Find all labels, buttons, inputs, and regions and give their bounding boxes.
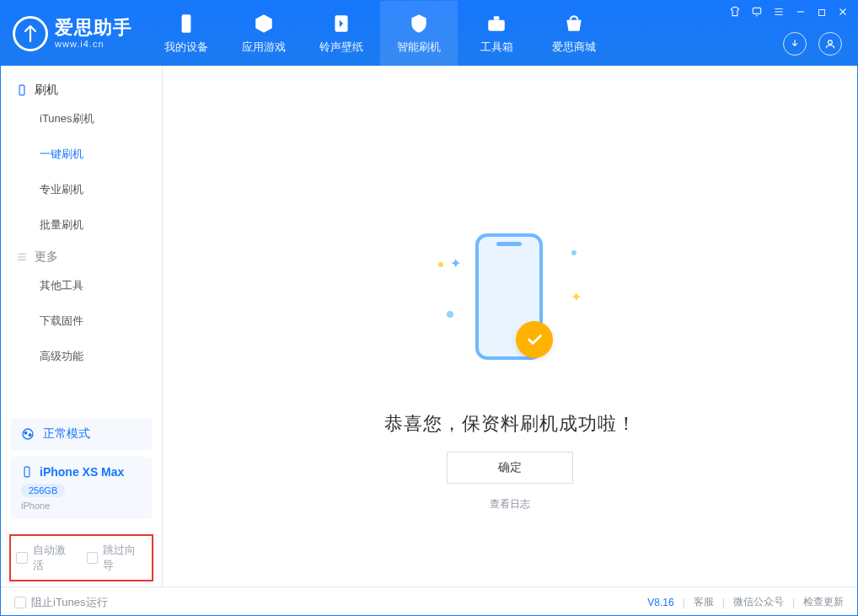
tab-my-device[interactable]: 我的设备 [147, 1, 225, 66]
tab-label: 我的设备 [164, 40, 208, 55]
phone-icon [21, 466, 33, 478]
svg-rect-11 [24, 467, 29, 477]
tab-label: 爱思商城 [552, 40, 596, 55]
svg-rect-0 [182, 14, 191, 33]
sidebar-item-pro-flash[interactable]: 专业刷机 [1, 172, 162, 207]
svg-point-6 [829, 40, 833, 45]
sidebar-group-flash: 刷机 [1, 76, 162, 101]
close-icon[interactable] [837, 6, 849, 20]
title-bar: 爱思助手 www.i4.cn 我的设备 应用游戏 铃声壁纸 智能刷机 工具箱 爱… [1, 1, 857, 66]
checkbox-icon [16, 552, 28, 564]
sparkle-icon: ✦ [450, 255, 461, 271]
tab-label: 铃声壁纸 [319, 40, 363, 55]
device-mode-label: 正常模式 [43, 426, 90, 442]
tab-smart-flash[interactable]: 智能刷机 [380, 1, 458, 66]
tab-store[interactable]: 爱思商城 [535, 1, 613, 66]
status-link-wechat[interactable]: 微信公众号 [733, 595, 784, 609]
app-subtitle: www.i4.cn [55, 39, 132, 49]
svg-rect-2 [488, 19, 505, 30]
version-label: V8.16 [647, 597, 673, 608]
sidebar-item-itunes-flash[interactable]: iTunes刷机 [1, 101, 162, 137]
success-illustration: ✦ ✦ [438, 230, 582, 373]
nav-tabs: 我的设备 应用游戏 铃声壁纸 智能刷机 工具箱 爱思商城 [147, 1, 613, 66]
checkbox-block-itunes[interactable]: 阻止iTunes运行 [14, 595, 108, 610]
brand: 爱思助手 www.i4.cn [1, 1, 147, 66]
sidebar: 刷机 iTunes刷机 一键刷机 专业刷机 批量刷机 更多 其他工具 下载固件 … [1, 66, 163, 587]
sparkle-icon [571, 250, 576, 255]
svg-point-9 [24, 431, 27, 434]
success-message: 恭喜您，保资料刷机成功啦！ [163, 411, 857, 437]
tab-label: 工具箱 [480, 40, 513, 55]
device-name: iPhone XS Max [40, 465, 124, 479]
ok-button[interactable]: 确定 [447, 452, 573, 484]
svg-point-10 [29, 434, 31, 437]
checkbox-label: 阻止iTunes运行 [31, 595, 108, 610]
sidebar-group-more: 更多 [1, 243, 162, 268]
menu-icon[interactable] [773, 6, 785, 20]
tab-label: 应用游戏 [242, 40, 286, 55]
sidebar-item-other-tools[interactable]: 其他工具 [1, 268, 162, 303]
checkbox-label: 跳过向导 [103, 543, 147, 573]
window-controls [729, 6, 849, 20]
separator: | [792, 597, 795, 608]
status-link-support[interactable]: 客服 [694, 595, 714, 609]
checkbox-skip-guide[interactable]: 跳过向导 [87, 543, 147, 573]
checkbox-label: 自动激活 [33, 543, 77, 573]
sparkle-icon [447, 311, 453, 318]
checkbox-auto-activate[interactable]: 自动激活 [16, 543, 77, 573]
main-content: ✦ ✦ 恭喜您，保资料刷机成功啦！ 确定 查看日志 [163, 66, 857, 587]
svg-rect-3 [494, 16, 500, 19]
feedback-icon[interactable] [751, 6, 763, 20]
tab-ringtones-wallpapers[interactable]: 铃声壁纸 [303, 1, 380, 66]
svg-rect-7 [19, 85, 24, 95]
success-check-icon [516, 321, 553, 358]
sparkle-icon: ✦ [571, 289, 582, 305]
download-button[interactable] [783, 32, 807, 56]
sparkle-icon [438, 262, 443, 267]
sidebar-group-label: 刷机 [35, 83, 58, 98]
header-user-controls [783, 32, 842, 56]
app-title: 爱思助手 [55, 18, 132, 38]
sidebar-item-advanced[interactable]: 高级功能 [1, 339, 162, 374]
checkbox-icon [87, 552, 99, 564]
svg-rect-5 [819, 9, 825, 15]
device-mode-box[interactable]: 正常模式 [11, 418, 152, 450]
sidebar-item-batch-flash[interactable]: 批量刷机 [1, 207, 162, 243]
sidebar-group-label: 更多 [35, 249, 58, 265]
skin-icon[interactable] [729, 6, 741, 20]
status-bar: 阻止iTunes运行 V8.16 | 客服 | 微信公众号 | 检查更新 [1, 587, 857, 616]
svg-point-8 [23, 429, 33, 439]
tab-toolbox[interactable]: 工具箱 [458, 1, 535, 66]
device-info-box[interactable]: iPhone XS Max 256GB iPhone [11, 457, 152, 519]
account-button[interactable] [818, 32, 842, 56]
device-platform: iPhone [21, 501, 142, 511]
sidebar-item-one-click-flash[interactable]: 一键刷机 [1, 137, 162, 172]
minimize-icon[interactable] [795, 6, 807, 20]
checkbox-icon [14, 597, 26, 608]
view-log-link[interactable]: 查看日志 [163, 497, 857, 512]
tab-apps-games[interactable]: 应用游戏 [225, 1, 303, 66]
separator: | [683, 597, 685, 608]
device-storage-badge: 256GB [21, 484, 65, 497]
maximize-icon[interactable] [817, 7, 827, 20]
tab-label: 智能刷机 [397, 40, 441, 55]
separator: | [722, 597, 725, 608]
app-logo-icon [13, 16, 48, 51]
highlighted-options-row: 自动激活 跳过向导 [9, 534, 153, 581]
sidebar-item-download-firmware[interactable]: 下载固件 [1, 303, 162, 339]
status-link-check-update[interactable]: 检查更新 [803, 595, 844, 609]
svg-rect-4 [753, 8, 760, 13]
